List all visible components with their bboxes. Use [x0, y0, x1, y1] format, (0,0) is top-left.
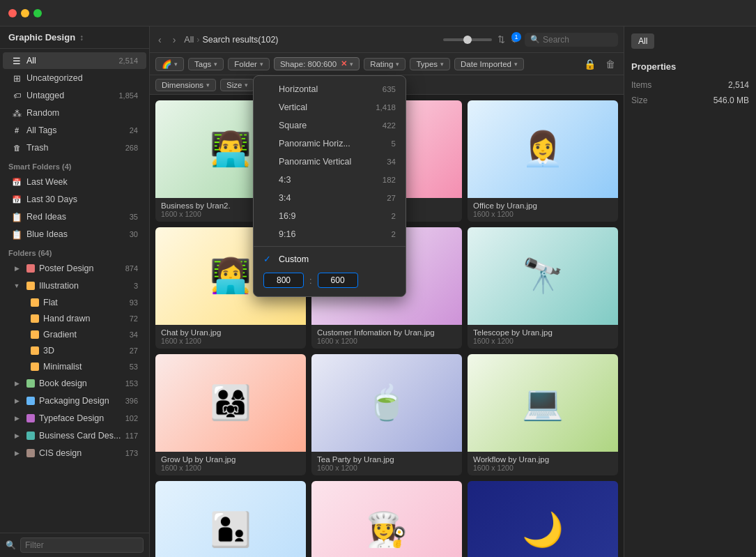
image-card[interactable]: 👨‍👦 Family by Uran.jpg 1600 x 1200: [155, 481, 306, 557]
minimize-button[interactable]: [21, 9, 29, 17]
custom-height-input[interactable]: [318, 273, 358, 288]
image-card[interactable]: 💻 Workflow by Uran.jpg 1600 x 1200: [468, 354, 618, 475]
close-button[interactable]: [8, 9, 17, 17]
traffic-lights: [8, 9, 42, 17]
shape-filter-chip[interactable]: Shape: 800:600 ✕ ▾: [274, 57, 360, 70]
sidebar-item-gradient[interactable]: Gradient 34: [3, 327, 146, 342]
image-card[interactable]: 👩‍💼 Office by Uran.jpg 1600 x 1200: [468, 100, 618, 222]
sidebar-item-count: 72: [130, 314, 138, 323]
custom-width-input[interactable]: [263, 273, 304, 288]
sidebar-item-red-ideas[interactable]: 📋 Red Ideas 35: [3, 208, 146, 225]
tab-all[interactable]: All: [631, 33, 654, 49]
sidebar-item-trash[interactable]: 🗑 Trash 268: [3, 139, 146, 156]
dropdown-item-9-16[interactable]: 9:16 2: [254, 225, 406, 243]
sidebar-item-illustration[interactable]: ▼ Illustration 3: [3, 277, 146, 294]
back-button[interactable]: ‹: [155, 33, 164, 47]
date-filter-chip[interactable]: Date Imported ▾: [454, 58, 524, 70]
image-card[interactable]: 👨‍👩‍👧 Grow Up by Uran.jpg 1600 x 1200: [155, 354, 306, 475]
image-size: 1600 x 1200: [473, 337, 612, 345]
dropdown-item-label: Panoramic Horiz...: [279, 139, 350, 148]
sidebar-item-all-tags[interactable]: # All Tags 24: [3, 122, 146, 139]
chevron-down-icon: ▾: [396, 61, 399, 68]
dropdown-item-horizontal[interactable]: Horizontal 635: [254, 80, 406, 98]
sidebar-item-label: Blue Ideas: [26, 229, 127, 239]
sidebar-item-last-week[interactable]: 📅 Last Week: [3, 174, 146, 190]
zoom-slider[interactable]: [443, 38, 492, 41]
filter-input[interactable]: [20, 537, 144, 553]
sidebar-item-uncategorized[interactable]: ⊞ Uncategorized: [3, 70, 146, 86]
image-info: Telescope by Uran.jpg 1600 x 1200: [468, 325, 618, 349]
maximize-button[interactable]: [33, 9, 42, 17]
sidebar-item-3d[interactable]: 3D 27: [3, 343, 146, 358]
shape-dropdown-menu: Horizontal 635 Vertical 1,418 Square 422: [253, 75, 406, 297]
sidebar-item-packaging-design[interactable]: ▶ Packaging Design 396: [3, 392, 146, 409]
sort-icon[interactable]: ↕: [79, 33, 84, 43]
rainbow-icon: 🌈: [162, 59, 171, 69]
rating-filter-chip[interactable]: Rating ▾: [364, 58, 406, 70]
folder-color: [26, 397, 35, 405]
image-info: Tea Party by Uran.jpg 1600 x 1200: [311, 452, 462, 475]
chevron-down-icon: ▾: [260, 61, 263, 68]
folder-filter-chip[interactable]: Folder ▾: [228, 58, 270, 70]
image-name: Grow Up by Uran.jpg: [161, 455, 300, 464]
folder-collapse-icon: ▶: [11, 378, 22, 389]
sidebar-item-blue-ideas[interactable]: 📋 Blue Ideas 30: [3, 226, 146, 243]
tags-filter-chip[interactable]: Tags ▾: [188, 58, 224, 70]
random-icon: ⁂: [11, 107, 22, 119]
sidebar-item-hand-drawn[interactable]: Hand drawn 72: [3, 311, 146, 326]
dropdown-divider: [254, 246, 406, 247]
right-panel: All Properties Items 2,514 Size 546.0 MB: [624, 26, 756, 557]
sidebar-item-count: 35: [130, 213, 138, 221]
image-thumbnail: 🌙: [468, 481, 618, 557]
dropdown-item-count: 182: [383, 176, 396, 184]
sidebar-item-untagged[interactable]: 🏷 Untagged 1,854: [3, 87, 146, 104]
toolbar-right: ⇅ ⚙ 1 🔍: [443, 33, 618, 47]
sidebar-item-label: Business Card Des...: [39, 431, 123, 441]
dropdown-item-label: Panoramic Vertical: [279, 157, 351, 167]
dropdown-item-16-9[interactable]: 16:9 2: [254, 207, 406, 225]
sidebar-item-count: 396: [125, 397, 138, 405]
sidebar-item-label: Last 30 Days: [26, 194, 138, 204]
sort-button[interactable]: ⇅: [497, 34, 505, 45]
dropdown-item-panoramic-horiz[interactable]: Panoramic Horiz... 5: [254, 135, 406, 153]
image-thumbnail: 💻: [468, 354, 618, 452]
breadcrumb-all[interactable]: All: [184, 35, 194, 45]
sidebar-item-random[interactable]: ⁂ Random: [3, 105, 146, 121]
image-name: Chat by Uran.jpg: [161, 328, 300, 337]
dropdown-item-vertical[interactable]: Vertical 1,418: [254, 98, 406, 116]
sidebar-item-typeface-design[interactable]: ▶ Typeface Design 102: [3, 410, 146, 427]
sidebar-item-last-30-days[interactable]: 📅 Last 30 Days: [3, 191, 146, 208]
all-icon: ☰: [11, 55, 22, 66]
sidebar-item-all[interactable]: ☰ All 2,514: [3, 52, 146, 69]
types-filter-chip[interactable]: Types ▾: [410, 58, 450, 70]
sidebar-item-label: Minimalist: [43, 362, 127, 372]
dropdown-item-3-4[interactable]: 3:4 27: [254, 189, 406, 207]
dropdown-item-4-3[interactable]: 4:3 182: [254, 171, 406, 189]
dropdown-item-label: Square: [279, 121, 307, 130]
sidebar-item-poster-design[interactable]: ▶ Poster Design 874: [3, 260, 146, 277]
sidebar-item-minimalist[interactable]: Minimalist 53: [3, 359, 146, 374]
image-card[interactable]: 👩‍🍳 Cooking by Uran.jpg 1600 x 1200: [311, 481, 462, 557]
content-area: ‹ › All › Search results(102) ⇅ ⚙ 1 🔍: [150, 26, 624, 557]
folder-color: [26, 264, 35, 273]
color-filter-chip[interactable]: 🌈 ▾: [155, 57, 184, 71]
close-icon[interactable]: ✕: [341, 59, 347, 68]
lock-button[interactable]: 🔒: [581, 57, 599, 71]
delete-filter-button[interactable]: 🗑: [603, 57, 618, 71]
sidebar-item-book-design[interactable]: ▶ Book design 153: [3, 375, 146, 392]
dropdown-item-custom[interactable]: ✓ Custom: [254, 250, 406, 268]
image-card[interactable]: 🔭 Telescope by Uran.jpg 1600 x 1200: [468, 227, 618, 349]
sidebar-item-flat[interactable]: Flat 93: [3, 295, 146, 310]
sidebar-item-business-card[interactable]: ▶ Business Card Des... 117: [3, 427, 146, 444]
dropdown-item-square[interactable]: Square 422: [254, 116, 406, 135]
sidebar-content[interactable]: ☰ All 2,514 ⊞ Uncategorized 🏷 Untagged 1…: [0, 49, 149, 533]
search-input[interactable]: [543, 35, 612, 45]
dropdown-item-panoramic-vert[interactable]: Panoramic Vertical 34: [254, 153, 406, 171]
image-card[interactable]: 🌙 Night by Uran.jpg 1600 x 1200: [468, 481, 618, 557]
forward-button[interactable]: ›: [170, 33, 179, 47]
sidebar-item-cis-design[interactable]: ▶ CIS design 173: [3, 445, 146, 461]
sidebar-item-count: 34: [130, 330, 138, 339]
sidebar-item-label: 3D: [43, 346, 127, 356]
dropdown-item-count: 422: [383, 121, 396, 130]
image-card[interactable]: 🍵 Tea Party by Uran.jpg 1600 x 1200: [311, 354, 462, 475]
